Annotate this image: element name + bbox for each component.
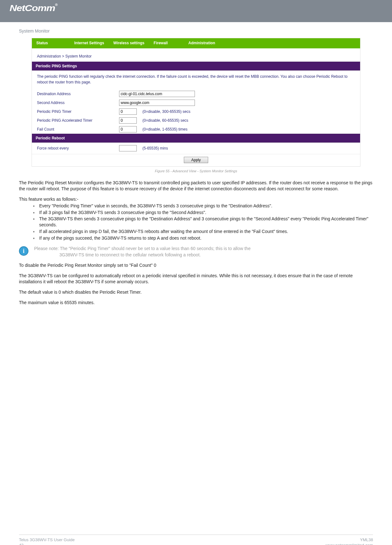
tab-status[interactable]: Status: [32, 38, 70, 48]
apply-button[interactable]: Apply: [184, 157, 208, 163]
row-force-reboot: Force reboot every (5-65535) mins: [32, 143, 360, 154]
periodic-reboot-header: Periodic Reboot: [32, 134, 360, 143]
list-item: The 3G38WV-TS then sends 3 consecutive p…: [38, 216, 373, 228]
fail-count-label: Fail Count: [37, 127, 119, 132]
second-address-label: Second Address: [37, 101, 119, 105]
second-address-input[interactable]: [119, 100, 195, 106]
tab-administration[interactable]: Administration: [184, 38, 222, 48]
destination-address-label: Destination Address: [37, 92, 119, 96]
note-text: Please note: The "Periodic Ping Timer" s…: [34, 246, 250, 258]
body-p2: This feature works as follows:-: [19, 196, 373, 202]
row-destination-address: Destination Address: [32, 89, 360, 98]
ping-accel-timer-hint: (0=disable, 60-65535) secs: [142, 118, 188, 123]
tab-internet-settings[interactable]: Internet Settings: [70, 38, 109, 48]
ping-accel-timer-label: Periodic PING Accelerated Timer: [37, 118, 119, 123]
list-item: If all accelerated pings in step D fail,…: [38, 229, 373, 235]
body-p4: The 3G38WV-TS can be configured to autom…: [19, 273, 373, 285]
force-reboot-input[interactable]: [119, 145, 137, 151]
tab-spacer: [222, 38, 360, 48]
destination-address-input[interactable]: [119, 91, 195, 97]
tab-bar: Status Internet Settings Wireless settin…: [32, 38, 360, 48]
admin-panel: Status Internet Settings Wireless settin…: [32, 38, 360, 167]
body-p3: To disable the Periodic Ping Reset Monit…: [19, 262, 373, 268]
periodic-ping-description: The periodic PING function will regularl…: [32, 70, 360, 89]
list-item: Every "Periodic Ping Timer" value in sec…: [38, 203, 373, 209]
feature-bullet-list: Every "Periodic Ping Timer" value in sec…: [38, 203, 373, 241]
row-second-address: Second Address: [32, 98, 360, 107]
force-reboot-hint: (5-65535) mins: [142, 146, 168, 150]
body-p1: The Periodic Ping Reset Monitor configur…: [19, 180, 373, 192]
figure-caption: Figure 55 - Advanced View - System Monit…: [19, 169, 373, 173]
footer-right: YML38 www.netcommlimited.com: [326, 537, 373, 545]
top-banner: NetComm®: [0, 0, 392, 22]
list-item: If any of the pings succeed, the 3G38WV-…: [38, 235, 373, 241]
row-fail-count: Fail Count (0=disable, 1-65535) times: [32, 125, 360, 134]
periodic-ping-header: Periodic PING Settings: [32, 62, 360, 70]
body-p5: The default value is 0 which disables th…: [19, 289, 373, 295]
info-icon: i: [19, 246, 28, 256]
tab-firewall[interactable]: Firewall: [149, 38, 184, 48]
list-item: If all 3 pings fail the 3G38WV-TS sends …: [38, 210, 373, 216]
ping-timer-label: Periodic PING Timer: [37, 109, 119, 114]
page-footer: Telus 3G38WV-TS User Guide 43 YML38 www.…: [19, 535, 373, 545]
page-content: System Monitor Status Internet Settings …: [0, 22, 392, 323]
row-ping-accel-timer: Periodic PING Accelerated Timer (0=disab…: [32, 116, 360, 125]
note-block: i Please note: The "Periodic Ping Timer"…: [19, 246, 373, 258]
row-ping-timer: Periodic PING Timer (0=disable, 300-6553…: [32, 107, 360, 116]
force-reboot-label: Force reboot every: [37, 146, 119, 150]
ping-timer-input[interactable]: [119, 108, 137, 115]
breadcrumb: Administration > System Monitor: [32, 48, 360, 62]
tab-wireless-settings[interactable]: Wireless settings: [109, 38, 149, 48]
ping-accel-timer-input[interactable]: [119, 117, 137, 124]
section-title: System Monitor: [19, 28, 373, 34]
logo: NetComm®: [9, 3, 57, 13]
footer-left: Telus 3G38WV-TS User Guide 43: [19, 537, 75, 545]
fail-count-hint: (0=disable, 1-65535) times: [142, 127, 187, 132]
body-p6: The maximum value is 65535 minutes.: [19, 300, 373, 306]
fail-count-input[interactable]: [119, 126, 137, 132]
apply-row: Apply: [32, 154, 360, 166]
ping-timer-hint: (0=disable, 300-65535) secs: [142, 109, 190, 114]
